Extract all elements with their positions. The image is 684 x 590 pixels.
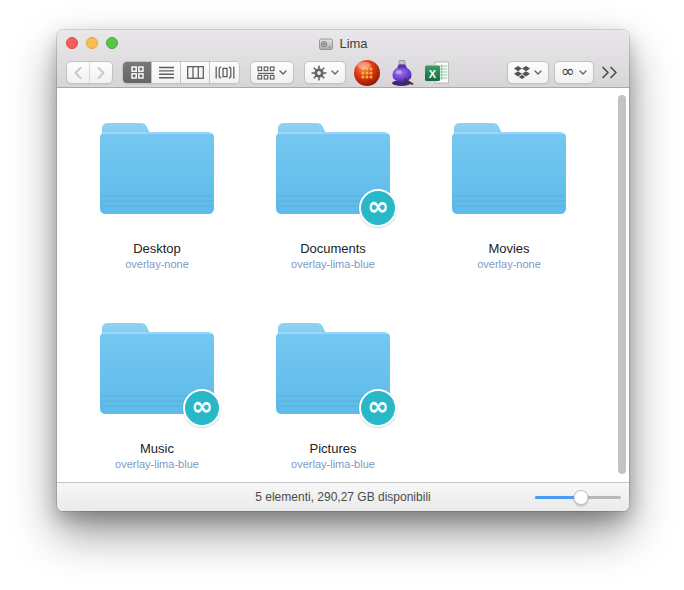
folder-icon [98,122,216,215]
list-view-button[interactable] [152,62,181,83]
window-title-row: Lima [57,35,629,52]
file-item[interactable]: Movies overlay-none [421,122,597,322]
column-view-icon [187,66,204,79]
status-bar: 5 elementi, 290,27 GB disponibili [57,482,629,511]
folder-icon [450,122,568,215]
window-title: Lima [339,36,367,51]
chevron-down-icon [579,70,587,75]
nav-buttons [66,61,113,84]
arrange-icon [257,66,275,80]
file-overlay-label: overlay-lima-blue [245,258,421,270]
file-overlay-label: overlay-none [421,258,597,270]
coverflow-view-icon [215,66,235,79]
list-view-icon [159,66,174,79]
chevron-down-icon [331,70,339,75]
icon-view-icon [131,66,144,79]
slider-thumb[interactable] [573,490,588,505]
file-name: Documents [245,241,421,256]
file-item[interactable]: ∞ Documents overlay-lima-blue [245,122,421,322]
drive-proxy-icon[interactable] [318,36,334,52]
icon-view-button[interactable] [123,62,152,83]
double-chevron-right-icon [601,66,618,79]
svg-text:X: X [429,67,437,79]
excel-app-icon[interactable]: X [423,59,451,87]
arrange-button[interactable] [250,61,294,84]
file-item[interactable]: ∞ Pictures overlay-lima-blue [245,322,421,482]
dropbox-button[interactable] [507,61,549,84]
file-name: Movies [421,241,597,256]
file-overlay-label: overlay-lima-blue [69,458,245,470]
sync-badge: ∞ [359,389,397,427]
file-name: Music [69,441,245,456]
purple-ink-app-icon[interactable] [388,59,416,87]
infinity-badge-icon: ∞ [367,393,389,419]
file-name: Pictures [245,441,421,456]
chevron-down-icon [279,70,287,75]
infinity-badge-icon: ∞ [191,393,213,419]
chevron-right-icon [98,68,103,78]
toolbar: X ∞ [57,57,629,88]
back-button[interactable] [68,62,90,83]
finder-window: Lima [57,30,629,511]
icon-size-slider[interactable] [535,489,621,505]
sync-badge: ∞ [183,389,221,427]
action-button[interactable] [304,61,346,84]
forward-button[interactable] [90,62,112,83]
coverflow-view-button[interactable] [210,62,239,83]
file-item[interactable]: ∞ Music overlay-lima-blue [69,322,245,482]
titlebar: Lima [57,30,629,88]
dropbox-icon [514,66,530,80]
file-grid: Desktop overlay-none [57,89,629,482]
sync-badge: ∞ [359,189,397,227]
file-overlay-label: overlay-none [69,258,245,270]
column-view-button[interactable] [181,62,210,83]
infinity-badge-icon: ∞ [367,193,389,219]
infinity-icon: ∞ [561,63,575,80]
gear-icon [311,65,327,81]
red-sphere-app-icon[interactable] [353,59,381,87]
vertical-scrollbar[interactable] [618,95,626,474]
file-name: Desktop [69,241,245,256]
file-overlay-label: overlay-lima-blue [245,458,421,470]
chevron-left-icon [76,68,81,78]
sync-overlay-button[interactable]: ∞ [554,61,594,84]
file-browser-content: Desktop overlay-none [57,89,629,482]
toolbar-overflow-button[interactable] [601,66,618,79]
chevron-down-icon [534,70,542,75]
file-item[interactable]: Desktop overlay-none [69,122,245,322]
view-switcher [122,61,240,84]
